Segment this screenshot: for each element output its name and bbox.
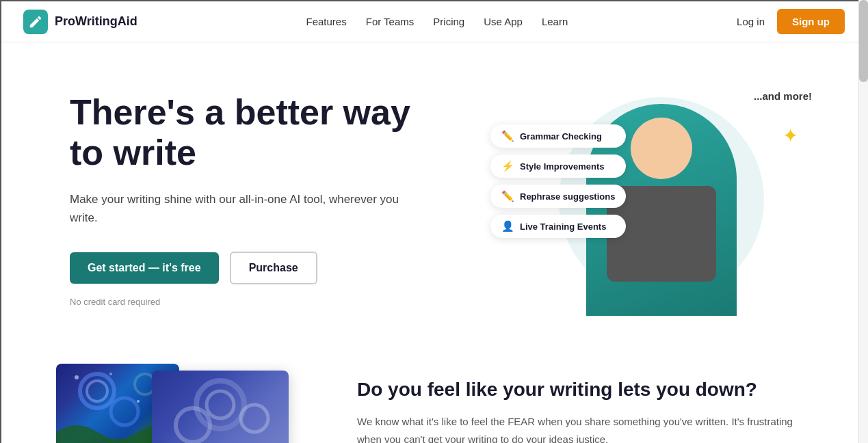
svg-point-0 bbox=[80, 374, 114, 408]
login-button[interactable]: Log in bbox=[737, 16, 765, 27]
signup-button[interactable]: Sign up bbox=[777, 9, 845, 34]
svg-point-11 bbox=[207, 391, 234, 418]
logo-text: ProWritingAid bbox=[55, 14, 137, 29]
svg-point-5 bbox=[109, 373, 112, 375]
pill-rephrase: ✏️ Rephrase suggestions bbox=[490, 185, 626, 208]
pill-rephrase-label: Rephrase suggestions bbox=[520, 191, 615, 202]
pill-style-label: Style Improvements bbox=[520, 161, 605, 172]
get-started-button[interactable]: Get started — it's free bbox=[70, 252, 219, 284]
nav-item-features[interactable]: Features bbox=[306, 16, 347, 28]
nav-right: Log in Sign up bbox=[737, 9, 845, 34]
svg-point-10 bbox=[241, 405, 268, 432]
feature-pills: ✏️ Grammar Checking ⚡ Style Improvements… bbox=[490, 124, 626, 238]
nav-item-use-app[interactable]: Use App bbox=[484, 16, 523, 28]
purchase-button[interactable]: Purchase bbox=[230, 252, 317, 284]
hero-subtitle: Make your writing shine with our all-in-… bbox=[70, 190, 425, 227]
nav-item-learn[interactable]: Learn bbox=[542, 16, 568, 28]
nav-link-for-teams[interactable]: For Teams bbox=[366, 16, 415, 27]
svg-point-8 bbox=[196, 381, 244, 429]
grammar-icon: ✏️ bbox=[501, 130, 514, 142]
artwork-overlay bbox=[152, 371, 289, 443]
bottom-title: Do you feel like your writing lets you d… bbox=[357, 377, 812, 402]
logo-link[interactable]: ProWritingAid bbox=[23, 10, 137, 34]
navbar: ProWritingAid Features For Teams Pricing… bbox=[1, 1, 867, 42]
hero-left: There's a better way to write Make your … bbox=[70, 92, 425, 308]
training-icon: 👤 bbox=[501, 220, 514, 232]
bottom-left: My idea in my head bbox=[56, 357, 302, 443]
pill-style: ⚡ Style Improvements bbox=[490, 155, 626, 178]
logo-icon bbox=[23, 10, 48, 34]
svg-point-4 bbox=[75, 375, 79, 379]
nav-item-pricing[interactable]: Pricing bbox=[433, 16, 464, 28]
rephrase-icon: ✏️ bbox=[501, 190, 514, 202]
pill-grammar-label: Grammar Checking bbox=[520, 131, 602, 142]
sparkle-icon: ✦ bbox=[782, 124, 798, 147]
page-wrapper: ProWritingAid Features For Teams Pricing… bbox=[0, 0, 868, 443]
no-credit-card-text: No credit card required bbox=[70, 297, 425, 307]
svg-point-3 bbox=[111, 398, 138, 425]
hero-title: There's a better way to write bbox=[70, 92, 425, 174]
pill-training-label: Live Training Events bbox=[520, 222, 606, 232]
hero-cta: Get started — it's free Purchase bbox=[70, 252, 425, 284]
artwork-overlay-svg bbox=[152, 371, 289, 443]
bottom-section: My idea in my head Do you feel like your… bbox=[1, 343, 867, 443]
person-head bbox=[631, 118, 692, 179]
nav-links: Features For Teams Pricing Use App Learn bbox=[306, 16, 568, 28]
svg-point-7 bbox=[137, 400, 140, 403]
hero-section: There's a better way to write Make your … bbox=[1, 42, 867, 343]
pill-training: 👤 Live Training Events bbox=[490, 215, 626, 238]
bottom-right: Do you feel like your writing lets you d… bbox=[357, 357, 812, 443]
style-icon: ⚡ bbox=[501, 160, 514, 172]
svg-point-1 bbox=[87, 381, 107, 401]
logo-svg bbox=[28, 14, 43, 29]
artwork-container: My idea in my head bbox=[56, 357, 302, 443]
hero-illustration: ...and more! ✦ ✏️ Grammar Checking ⚡ bbox=[511, 83, 812, 316]
nav-link-features[interactable]: Features bbox=[306, 16, 347, 27]
nav-link-learn[interactable]: Learn bbox=[542, 16, 568, 27]
hero-right: ...and more! ✦ ✏️ Grammar Checking ⚡ bbox=[511, 83, 812, 316]
nav-link-use-app[interactable]: Use App bbox=[484, 16, 523, 27]
bottom-description: We know what it's like to feel the FEAR … bbox=[357, 413, 812, 443]
nav-link-pricing[interactable]: Pricing bbox=[433, 16, 464, 27]
scrollbar-track[interactable] bbox=[858, 0, 868, 443]
nav-item-for-teams[interactable]: For Teams bbox=[366, 16, 415, 28]
and-more-label: ...and more! bbox=[754, 90, 812, 102]
scrollbar-thumb[interactable] bbox=[859, 0, 868, 82]
pill-grammar: ✏️ Grammar Checking bbox=[490, 124, 626, 148]
